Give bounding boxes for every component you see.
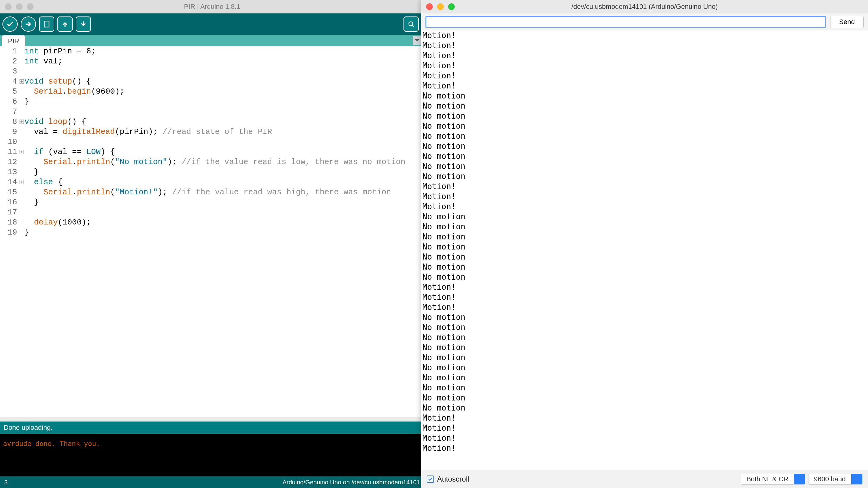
- line-number: 10: [0, 137, 20, 147]
- serial-line: No motion: [423, 403, 867, 413]
- horizontal-scrollbar[interactable]: [0, 417, 424, 422]
- serial-line: No motion: [423, 111, 867, 121]
- serial-line: No motion: [423, 212, 867, 222]
- fold-icon[interactable]: [20, 117, 24, 122]
- code-line[interactable]: 17: [0, 207, 424, 218]
- tab-pir[interactable]: PIR: [2, 35, 25, 46]
- code-text: val = digitalRead(pirPin); //read state …: [24, 127, 272, 137]
- serial-line: Motion!: [423, 282, 867, 292]
- serial-line: No motion: [423, 131, 867, 141]
- code-text: Serial.begin(9600);: [24, 87, 125, 97]
- ide-titlebar: PIR | Arduino 1.8.1: [0, 0, 424, 13]
- line-number: 14: [0, 177, 20, 187]
- svg-rect-0: [44, 21, 49, 27]
- code-line[interactable]: 1int pirPin = 8;: [0, 46, 424, 57]
- code-editor[interactable]: 1int pirPin = 8;2int val;34void setup() …: [0, 46, 424, 417]
- line-number: 19: [0, 228, 20, 237]
- code-text: int pirPin = 8;: [24, 46, 96, 57]
- line-number: 3: [0, 66, 20, 76]
- serial-line: No motion: [423, 242, 867, 252]
- code-text: void loop() {: [24, 117, 86, 127]
- code-line[interactable]: 6}: [0, 97, 424, 107]
- serial-line: Motion!: [423, 31, 867, 40]
- serial-line: Motion!: [423, 202, 867, 212]
- code-text: }: [24, 228, 29, 237]
- serial-line: No motion: [423, 312, 867, 322]
- fold-icon[interactable]: [20, 177, 24, 182]
- open-file-button[interactable]: [57, 17, 73, 32]
- code-line[interactable]: 13 }: [0, 167, 424, 177]
- code-line[interactable]: 7: [0, 107, 424, 117]
- code-text: else {: [24, 177, 63, 187]
- fold-icon[interactable]: [20, 147, 24, 152]
- code-line[interactable]: 2int val;: [0, 57, 424, 66]
- code-text: if (val == LOW) {: [24, 147, 115, 157]
- line-number: 11: [0, 147, 20, 157]
- serial-line: No motion: [423, 383, 867, 393]
- serial-input-row: Send: [421, 13, 868, 31]
- console-output: avrdude done. Thank you.: [0, 434, 424, 477]
- code-line[interactable]: 14 else {: [0, 177, 424, 187]
- code-line[interactable]: 19}: [0, 228, 424, 237]
- line-number: 2: [0, 57, 20, 66]
- serial-footer: Autoscroll Both NL & CR 9600 baud: [421, 470, 868, 488]
- send-button[interactable]: Send: [830, 16, 864, 28]
- serial-line: Motion!: [423, 292, 867, 302]
- serial-line: Motion!: [423, 192, 867, 202]
- serial-line: Motion!: [423, 61, 867, 71]
- serial-output[interactable]: Motion!Motion!Motion!Motion!Motion!Motio…: [421, 31, 868, 470]
- line-number: 13: [0, 167, 20, 177]
- new-file-button[interactable]: [39, 17, 54, 32]
- code-line[interactable]: 8void loop() {: [0, 117, 424, 127]
- verify-button[interactable]: [2, 17, 18, 32]
- serial-line: No motion: [423, 343, 867, 353]
- upload-button[interactable]: [21, 17, 36, 32]
- ide-title: PIR | Arduino 1.8.1: [0, 3, 424, 11]
- serial-line: No motion: [423, 101, 867, 111]
- line-number: 18: [0, 218, 20, 228]
- fold-icon[interactable]: [20, 76, 24, 82]
- line-number: 9: [0, 127, 20, 137]
- serial-input[interactable]: [426, 16, 826, 28]
- serial-line: No motion: [423, 232, 867, 242]
- serial-line: No motion: [423, 262, 867, 272]
- line-number: 1: [0, 46, 20, 57]
- code-line[interactable]: 15 Serial.println("Motion!"); //if the v…: [0, 187, 424, 197]
- serial-line: Motion!: [423, 81, 867, 91]
- code-text: Serial.println("No motion"); //if the va…: [24, 157, 405, 167]
- save-file-button[interactable]: [76, 17, 91, 32]
- line-number: 8: [0, 117, 20, 127]
- baud-value: 9600 baud: [808, 475, 851, 483]
- serial-monitor-button[interactable]: [403, 17, 419, 32]
- code-line[interactable]: 3: [0, 66, 424, 76]
- tab-menu-button[interactable]: [413, 36, 422, 45]
- line-number: 15: [0, 187, 20, 197]
- code-line[interactable]: 18 delay(1000);: [0, 218, 424, 228]
- code-line[interactable]: 10: [0, 137, 424, 147]
- code-text: Serial.println("Motion!"); //if the valu…: [24, 187, 391, 197]
- serial-line: Motion!: [423, 423, 867, 433]
- line-number: 17: [0, 207, 20, 218]
- autoscroll-checkbox[interactable]: [427, 476, 434, 483]
- baud-select[interactable]: 9600 baud: [808, 474, 863, 485]
- code-line[interactable]: 5 Serial.begin(9600);: [0, 87, 424, 97]
- chevron-updown-icon: [851, 474, 862, 485]
- footer-right: Arduino/Genuino Uno on /dev/cu.usbmodem1…: [283, 479, 420, 486]
- code-line[interactable]: 16 }: [0, 197, 424, 207]
- serial-line: No motion: [423, 393, 867, 403]
- serial-line: No motion: [423, 252, 867, 262]
- line-ending-select[interactable]: Both NL & CR: [741, 474, 805, 485]
- serial-line: No motion: [423, 222, 867, 232]
- serial-line: No motion: [423, 121, 867, 131]
- code-line[interactable]: 11 if (val == LOW) {: [0, 147, 424, 157]
- serial-line: Motion!: [423, 443, 867, 453]
- serial-line: No motion: [423, 272, 867, 282]
- serial-line: Motion!: [423, 302, 867, 312]
- code-line[interactable]: 12 Serial.println("No motion"); //if the…: [0, 157, 424, 167]
- serial-line: No motion: [423, 322, 867, 332]
- code-line[interactable]: 4void setup() {: [0, 76, 424, 87]
- line-number: 6: [0, 97, 20, 107]
- code-line[interactable]: 9 val = digitalRead(pirPin); //read stat…: [0, 127, 424, 137]
- serial-line: No motion: [423, 141, 867, 151]
- tab-bar: PIR: [0, 35, 424, 46]
